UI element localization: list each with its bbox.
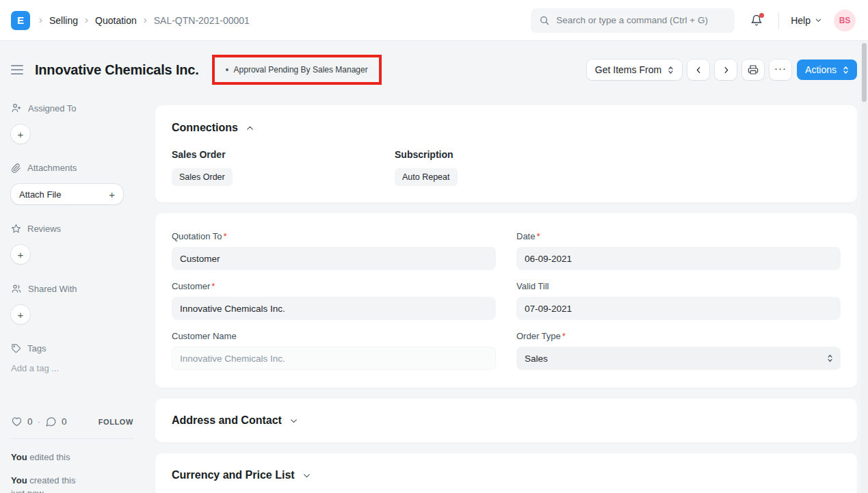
heart-icon[interactable] [11, 416, 23, 427]
quotation-to-input[interactable] [172, 247, 496, 270]
chevron-right-icon [722, 66, 731, 75]
required-asterisk: * [223, 231, 226, 241]
ellipsis-icon: ··· [774, 63, 787, 77]
print-button[interactable] [742, 59, 764, 80]
scrollbar-track [860, 42, 868, 493]
app-logo[interactable]: E [11, 11, 30, 30]
select-caret-icon [843, 66, 849, 75]
activity-when: just now [11, 488, 133, 493]
chevron-down-icon [289, 416, 298, 425]
page-actions: Get Items From ··· Actions [587, 59, 857, 80]
assigned-to-label: Assigned To [28, 103, 77, 114]
help-menu[interactable]: Help [791, 15, 822, 26]
chevron-up-icon [246, 124, 254, 133]
activity-who: You [11, 475, 27, 485]
search-icon [539, 15, 550, 26]
add-review-button[interactable]: + [11, 245, 30, 264]
attach-file-button[interactable]: Attach File + [11, 184, 123, 204]
tags-label: Tags [27, 343, 46, 354]
customer-input[interactable] [172, 297, 496, 320]
order-type-value: Sales [525, 354, 548, 364]
chevron-down-icon [302, 471, 311, 480]
user-avatar[interactable]: BS [834, 10, 856, 31]
menu-button[interactable]: ··· [770, 59, 791, 80]
navbar: E › Selling › Quotation › SAL-QTN-2021-0… [0, 0, 868, 41]
tags-section: Tags Add a tag ... [11, 343, 133, 373]
field-label: Customer [172, 281, 210, 291]
select-caret-icon [827, 354, 833, 363]
users-icon [11, 283, 22, 294]
currency-price-list-card: Currency and Price List [155, 453, 857, 493]
reviews-label: Reviews [27, 224, 61, 234]
scrollbar-thumb[interactable] [862, 43, 867, 102]
next-document-button[interactable] [715, 59, 737, 80]
order-type-select[interactable]: Sales [516, 347, 841, 370]
chevron-left-icon [694, 66, 703, 75]
details-card: Quotation To* Date* Customer* [155, 213, 857, 388]
annotation-box: Approval Pending By Sales Manager [212, 55, 382, 85]
add-share-button[interactable]: + [11, 305, 30, 324]
middot-separator: · [38, 416, 41, 427]
shared-with-header: Shared With [11, 283, 133, 294]
date-input[interactable] [516, 247, 841, 270]
actions-button[interactable]: Actions [797, 59, 857, 80]
printer-icon [748, 64, 759, 75]
likes-count: 0 [27, 416, 33, 427]
plus-icon: + [109, 189, 115, 200]
activity-action: edited this [29, 452, 70, 462]
shared-with-section: Shared With + [11, 283, 133, 324]
previous-document-button[interactable] [687, 59, 709, 80]
currency-price-list-section-toggle[interactable]: Currency and Price List [172, 469, 841, 481]
global-search[interactable] [531, 8, 735, 33]
reviews-header: Reviews [11, 224, 133, 234]
reviews-section: Reviews + [11, 224, 133, 264]
breadcrumb: › Selling › Quotation › SAL-QTN-2021-000… [39, 14, 250, 26]
notifications-button[interactable] [746, 10, 767, 31]
comment-icon[interactable] [45, 416, 57, 427]
social-row: 0 · 0 FOLLOW [11, 416, 133, 427]
breadcrumb-separator-icon: › [144, 14, 147, 26]
main-content: Connections Sales Order Sales Order Subs… [144, 94, 868, 493]
connection-group-label: Sales Order [172, 149, 395, 160]
customer-name-input [172, 347, 496, 370]
follow-button[interactable]: FOLLOW [98, 418, 133, 426]
activity-entry: You edited this [11, 451, 133, 464]
sidebar-toggle-icon[interactable] [11, 62, 23, 78]
get-items-from-button[interactable]: Get Items From [587, 59, 682, 80]
breadcrumb-item-selling[interactable]: Selling [49, 15, 78, 26]
activity-who: You [11, 452, 27, 462]
field-label: Date [516, 231, 535, 241]
attachments-label: Attachments [27, 163, 77, 173]
search-input[interactable] [556, 15, 726, 25]
field-customer-name: Customer Name [172, 331, 496, 370]
navbar-divider [778, 12, 779, 29]
navbar-right: Help BS [531, 8, 856, 33]
breadcrumb-separator-icon: › [39, 14, 42, 26]
page-title: Innovative Chemicals Inc. [35, 62, 199, 78]
required-asterisk: * [536, 231, 540, 241]
address-contact-card: Address and Contact [155, 399, 857, 442]
add-tag-input[interactable]: Add a tag ... [11, 363, 133, 373]
valid-till-input[interactable] [516, 297, 841, 320]
connections-title: Connections [172, 122, 238, 134]
connections-section-toggle[interactable]: Connections [172, 122, 841, 134]
add-assignment-button[interactable]: + [11, 124, 30, 144]
breadcrumb-item-quotation[interactable]: Quotation [95, 15, 137, 26]
document-sidebar: Assigned To + Attachments Attach File + [0, 94, 144, 493]
field-label: Order Type [516, 331, 561, 341]
auto-repeat-link-button[interactable]: Auto Repeat [395, 168, 458, 186]
required-asterisk: * [211, 281, 215, 291]
notification-dot-icon [759, 13, 764, 18]
page-layout: Assigned To + Attachments Attach File + [0, 94, 868, 493]
breadcrumb-separator-icon: › [85, 14, 88, 26]
sales-order-link-button[interactable]: Sales Order [172, 168, 233, 186]
comments-count: 0 [62, 416, 67, 427]
navbar-left: E › Selling › Quotation › SAL-QTN-2021-0… [11, 11, 250, 30]
connections-groups: Sales Order Sales Order Subscription Aut… [172, 149, 841, 186]
address-contact-section-toggle[interactable]: Address and Contact [172, 414, 841, 427]
attach-file-label: Attach File [19, 189, 61, 200]
field-valid-till: Valid Till [516, 281, 841, 320]
user-plus-icon [11, 103, 22, 114]
connection-group-sales-order: Sales Order Sales Order [172, 149, 395, 186]
chevron-down-icon [815, 16, 822, 24]
